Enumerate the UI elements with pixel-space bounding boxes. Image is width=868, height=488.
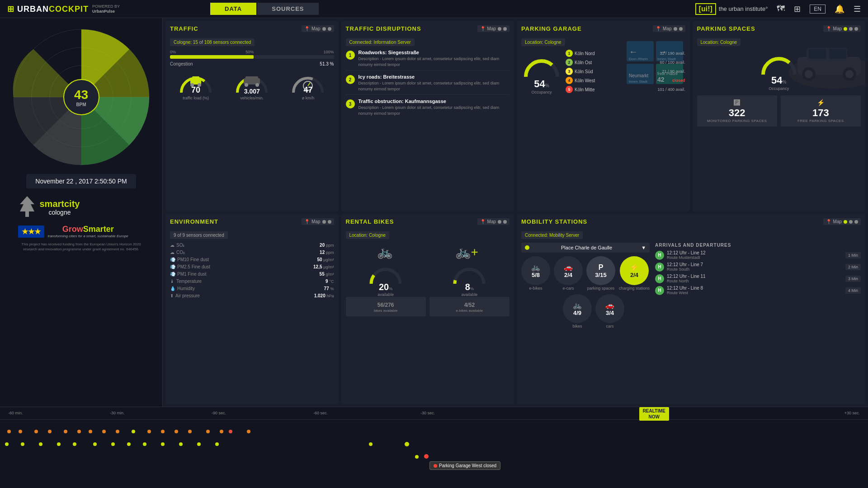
timeline-body: Parking Garage West closed xyxy=(0,420,868,488)
bikes-count: 56/276 bikes available xyxy=(346,297,426,316)
bike-icon-2: 🚲+ xyxy=(455,244,478,259)
event-dot-yellow xyxy=(415,455,419,459)
timeline-marker-30m: -30 min. xyxy=(110,411,125,415)
garage-row-4: 4 Köln West closed xyxy=(566,77,685,84)
traffic-card: TRAFFIC 📍Map Cologne: 15 of 108 sensors … xyxy=(165,21,339,211)
vehicles-gauge: 3.007 vehicles/min. xyxy=(226,70,278,100)
svg-point-67 xyxy=(161,442,165,446)
environment-map-badge[interactable]: 📍Map xyxy=(302,218,334,225)
tab-data[interactable]: DATA xyxy=(210,3,256,15)
institute-label: the urban institute° xyxy=(719,5,768,12)
traffic-title: TRAFFIC xyxy=(170,25,198,32)
ebikes-available-gauge: 8% available xyxy=(429,261,509,297)
radar-chart: 43 BPM xyxy=(9,25,154,169)
parking-closed-tooltip: Parking Garage West closed xyxy=(429,461,500,470)
humidity-icon: 💧 xyxy=(170,286,175,291)
timeline-now-badge: REALTIMENOW xyxy=(639,407,669,421)
arrivals-section: ARRIVALS AND DEPARTURES H 12:12 Uhr - Li… xyxy=(655,243,861,328)
svg-point-42 xyxy=(34,430,38,433)
svg-point-46 xyxy=(89,430,92,433)
parking-spaces-title: PARKING SPACES xyxy=(697,25,755,32)
ps-stats: 🅿 322 MONITORED PARKING SPACES ⚡ 173 FRE… xyxy=(697,95,861,127)
arrival-row-2: H 12:12 Uhr - Line 7 Route South 2 Min xyxy=(655,262,861,272)
map-icon[interactable]: 🗺 xyxy=(777,4,785,14)
timeline-marker-plus30s: +30 sec. xyxy=(844,411,860,415)
traffic-map-badge[interactable]: 📍Map xyxy=(302,25,334,32)
svg-point-61 xyxy=(57,442,61,446)
svg-point-64 xyxy=(111,442,115,446)
menu-icon[interactable]: ☰ xyxy=(854,4,861,14)
arrival-row-4: H 12:12 Uhr - Line 8 Route West 4 Min xyxy=(655,286,861,295)
env-temp: 🌡 Temperature 9 °C xyxy=(170,279,334,284)
parking-spaces-location: Location: Cologne xyxy=(697,38,741,46)
thermometer-icon: 🌡 xyxy=(170,279,175,284)
disruptions-map-badge[interactable]: 📍Map xyxy=(477,25,509,32)
ui-logo: [ui!] xyxy=(695,3,716,15)
ev-icon: ⚡ xyxy=(784,99,857,106)
parking-closed-dot xyxy=(434,464,437,468)
bikes-available-gauge: 20% available xyxy=(346,261,426,297)
mobility-cell-parking: P 3/15 xyxy=(586,256,615,285)
bike-icons: 🚲 🚲+ xyxy=(346,244,510,259)
svg-point-47 xyxy=(102,430,106,433)
mobility-location-dropdown[interactable]: Place Charle de Gaulle ▼ xyxy=(521,243,650,253)
garage-row-5: 5 Köln Mitte 101 / 400 avail. xyxy=(566,86,685,93)
bpm-display: 43 BPM xyxy=(63,79,99,115)
svg-rect-10 xyxy=(192,76,199,80)
datetime-display: November 22 , 2017 2:50:50 PM xyxy=(26,174,136,188)
content-grid: TRAFFIC 📍Map Cologne: 15 of 108 sensors … xyxy=(163,18,868,407)
powered-by: POWERED BY UrbanPulse xyxy=(92,4,120,14)
bell-icon[interactable]: 🔔 xyxy=(835,4,844,14)
env-co2: ☁ CO₂ 12 ppm xyxy=(170,250,334,255)
sidebar: 43 BPM November 22 , 2017 2:50:50 PM sma… xyxy=(0,18,163,407)
partner-logos: smartcity cologne ★★★ GrowSmarter transf… xyxy=(18,195,145,252)
bike-stats: 56/276 bikes available 4/52 e-bikes avai… xyxy=(346,297,510,316)
disruption-item-2: 2 Icy roads: Breitestrasse Description -… xyxy=(346,74,510,95)
rental-bikes-card: RENTAL BIKES 📍Map Location: Cologne 🚲 🚲+ xyxy=(341,214,514,404)
parking-garage-map-badge[interactable]: 📍Map xyxy=(653,25,685,32)
svg-point-55 xyxy=(220,430,223,433)
parking-garage-title: PARKING GARAGE xyxy=(521,25,582,32)
grow-smarter-logo: GrowSmarter xyxy=(48,225,128,234)
charging-icon: ⚡ xyxy=(630,263,639,272)
svg-point-44 xyxy=(64,430,67,433)
env-sensor-badge: 9 of 9 sensors connected xyxy=(170,231,228,239)
monitored-spaces-stat: 🅿 322 MONITORED PARKING SPACES xyxy=(697,95,777,127)
traffic-load-gauge: 70 traffic load (%) xyxy=(170,70,222,100)
env-pm10: 💨 PM10 Fine dust 50 μg/m³ xyxy=(170,257,334,262)
mobility-connected: Connected: Mobility Server xyxy=(521,231,583,239)
parking-event-dot xyxy=(424,454,429,459)
svg-point-59 xyxy=(21,442,24,446)
parking-occupancy: 54% Occupancy xyxy=(521,50,562,95)
rental-bikes-map-badge[interactable]: 📍Map xyxy=(477,218,509,225)
pressure-icon: ⬆ xyxy=(170,293,174,298)
language-selector[interactable]: EN xyxy=(810,5,826,14)
svg-point-72 xyxy=(369,442,373,446)
parking-garage-card: ← Dom /Rhein → Innen Stadt Neumarkt Inne… xyxy=(517,21,690,211)
dust-icon: 💨 xyxy=(170,257,175,262)
parking-spaces-map-badge[interactable]: 📍Map xyxy=(823,25,861,32)
timeline: -60 min. -30 min. -90 sec. -60 sec. -30 … xyxy=(0,407,868,488)
bikes-gauges: 20% available 8% available xyxy=(346,261,510,297)
arrival-row-3: H 12:12 Uhr - Line 11 Route North 3 Min xyxy=(655,274,861,283)
topnav-tabs: DATA SOURCES xyxy=(210,3,318,15)
parking-garage-location: Location: Cologne xyxy=(521,38,565,46)
bike-icon: 🚲 xyxy=(573,301,582,310)
svg-point-68 xyxy=(179,442,183,446)
timeline-marker-60m: -60 min. xyxy=(8,411,23,415)
speed-gauge: 47 ø km/h xyxy=(282,70,334,100)
traffic-gauges: 70 traffic load (%) xyxy=(170,70,334,100)
mobility-map-badge[interactable]: 📍Map xyxy=(823,218,861,225)
grid-icon[interactable]: ⊞ xyxy=(794,4,801,14)
disruptions-title: TRAFFIC DISRUPTIONS xyxy=(346,25,421,32)
mobility-cell-charging: ⚡ 2/4 xyxy=(620,256,649,285)
svg-point-43 xyxy=(48,430,52,433)
garage-row-1: 1 Köln Nord 32 / 190 avail. xyxy=(566,50,685,57)
timeline-marker-60s: -60 sec. xyxy=(313,411,328,415)
tab-sources[interactable]: SOURCES xyxy=(257,3,318,15)
env-pm1: 💨 PM1 Fine dust 55 g/m³ xyxy=(170,272,334,277)
svg-point-63 xyxy=(93,442,97,446)
svg-point-70 xyxy=(215,442,219,446)
disruptions-connected: Connected: Information Server xyxy=(346,38,415,46)
svg-point-40 xyxy=(7,430,11,433)
